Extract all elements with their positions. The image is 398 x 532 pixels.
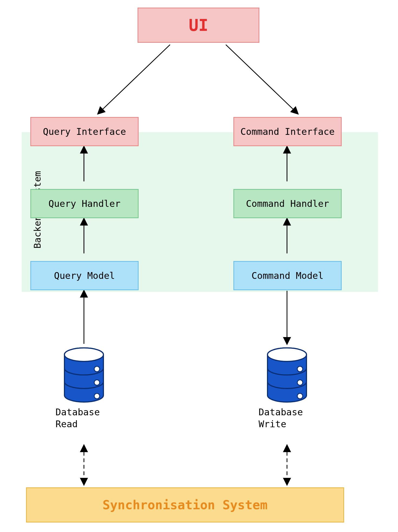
database-write-icon [267,348,306,402]
command-interface-label: Command Interface [240,126,335,137]
sync-system-label: Synchronisation System [103,498,267,512]
ui-node: UI [138,8,259,43]
query-interface-node: Query Interface [30,117,139,146]
command-handler-label: Command Handler [246,198,329,209]
svg-point-4 [267,348,306,361]
database-read-icon [64,348,103,402]
svg-point-6 [297,380,303,385]
command-model-node: Command Model [233,261,342,290]
query-model-node: Query Model [30,261,139,290]
query-handler-node: Query Handler [30,189,139,218]
query-model-label: Query Model [54,270,115,281]
command-model-label: Command Model [252,270,324,281]
db-read-label: Database Read [56,406,100,430]
query-handler-label: Query Handler [48,198,120,209]
command-interface-node: Command Interface [233,117,342,146]
edge-ui-to-command-interface [226,45,298,114]
query-interface-label: Query Interface [43,126,126,137]
svg-point-1 [94,366,100,372]
diagram-canvas: Backend system [0,0,398,532]
svg-point-0 [64,348,103,361]
svg-point-3 [94,393,100,399]
command-handler-node: Command Handler [233,189,342,218]
svg-point-5 [297,366,303,372]
ui-node-label: UI [189,16,208,35]
svg-point-7 [297,393,303,399]
db-write-label: Database Write [259,406,303,430]
svg-point-2 [94,380,100,385]
edge-ui-to-query-interface [98,45,170,114]
sync-system-node: Synchronisation System [26,487,344,523]
